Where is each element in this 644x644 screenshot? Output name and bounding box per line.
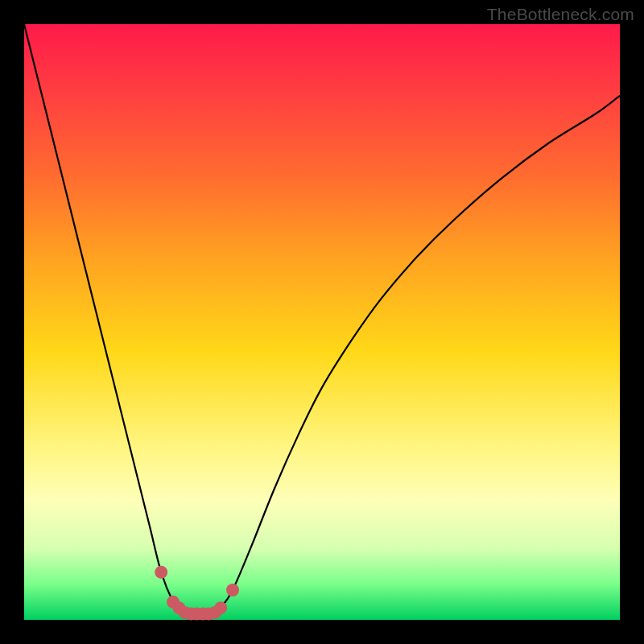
plot-area	[24, 24, 620, 620]
highlight-dot	[214, 601, 227, 614]
bottleneck-curve	[24, 24, 620, 614]
chart-frame: TheBottleneck.com	[0, 0, 644, 644]
curve-layer	[24, 24, 620, 620]
watermark-text: TheBottleneck.com	[487, 5, 634, 24]
highlight-markers	[155, 566, 239, 621]
highlight-dot	[155, 566, 167, 579]
highlight-dot	[226, 584, 239, 597]
